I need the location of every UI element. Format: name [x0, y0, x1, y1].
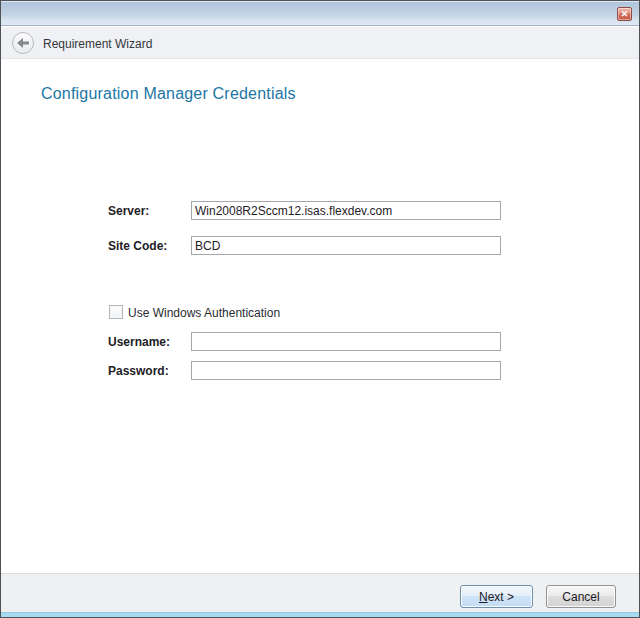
username-input[interactable]: [191, 332, 501, 351]
next-button-mnemonic: N: [479, 590, 488, 604]
wizard-title: Requirement Wizard: [43, 37, 152, 51]
next-button-label: ext >: [488, 590, 514, 604]
site-code-input[interactable]: [191, 236, 501, 255]
window-bottom-edge: [1, 612, 639, 617]
cancel-button-label: Cancel: [562, 590, 599, 604]
footer: Next > Cancel: [1, 573, 639, 613]
site-code-label: Site Code:: [108, 239, 167, 253]
titlebar: ✕: [1, 1, 639, 26]
close-button[interactable]: ✕: [617, 7, 632, 21]
close-icon: ✕: [621, 9, 629, 19]
username-label: Username:: [108, 335, 170, 349]
password-input[interactable]: [191, 361, 501, 380]
wizard-header: Requirement Wizard: [1, 27, 639, 59]
password-label: Password:: [108, 364, 169, 378]
back-button[interactable]: [12, 32, 34, 54]
next-button[interactable]: Next >: [460, 585, 533, 608]
wizard-window: ✕ Requirement Wizard Configuration Manag…: [0, 0, 640, 618]
server-label: Server:: [108, 204, 149, 218]
cancel-button[interactable]: Cancel: [546, 585, 616, 608]
windows-auth-checkbox[interactable]: [109, 305, 123, 319]
windows-auth-label: Use Windows Authentication: [128, 306, 280, 320]
content-area: Configuration Manager Credentials Server…: [1, 60, 639, 572]
server-input[interactable]: [191, 201, 501, 220]
back-arrow-icon: [17, 38, 29, 48]
page-title: Configuration Manager Credentials: [41, 85, 296, 103]
